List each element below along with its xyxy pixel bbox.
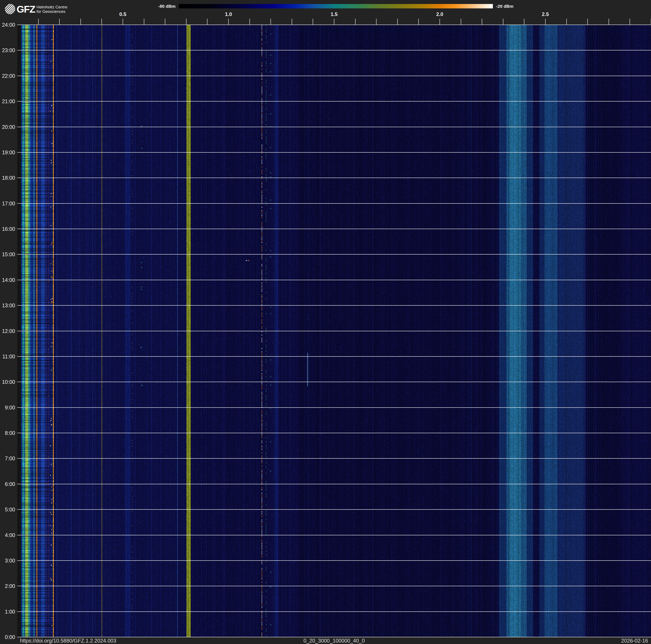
colorbar-min-label: -80 dBm — [134, 4, 176, 9]
x-axis-tick — [144, 19, 144, 25]
hour-gridline — [17, 407, 651, 408]
hour-gridline — [17, 535, 651, 535]
x-axis-tick — [313, 19, 313, 25]
x-axis-tick — [292, 19, 292, 25]
org-line1: Helmholtz Centre — [36, 5, 67, 9]
y-axis-hour-label: 11:00 — [0, 354, 15, 360]
x-axis-tick — [566, 19, 567, 25]
x-axis-tick — [81, 19, 81, 25]
x-axis-tick — [249, 19, 250, 25]
x-axis-tick — [524, 19, 524, 25]
hour-gridline — [17, 356, 651, 357]
gfz-globe-icon — [5, 4, 16, 14]
x-axis-tick — [38, 19, 39, 25]
hour-gridline — [17, 611, 651, 612]
hour-gridline — [17, 560, 651, 561]
x-axis-tick — [207, 19, 208, 25]
y-axis-hour-label: 3:00 — [0, 558, 15, 564]
y-axis-hour-label: 0:00 — [0, 634, 15, 640]
hour-gridline — [17, 509, 651, 510]
x-axis-tick — [59, 19, 60, 25]
x-axis-tick — [439, 19, 440, 25]
y-axis-hour-label: 22:00 — [0, 73, 15, 79]
x-axis-tick-label: 1.0 — [220, 11, 237, 17]
x-axis-tick — [334, 19, 334, 25]
hour-gridline — [17, 637, 651, 637]
y-axis-hour-label: 2:00 — [0, 583, 15, 589]
gfz-logo-text: GFZ — [17, 3, 35, 15]
x-axis-tick — [101, 19, 102, 25]
y-axis-hour-label: 10:00 — [0, 379, 15, 385]
hour-gridline — [17, 331, 651, 331]
x-axis-tick — [503, 19, 503, 25]
x-axis-tick — [123, 19, 123, 25]
hour-gridline — [17, 152, 651, 153]
y-axis-hour-label: 1:00 — [0, 609, 15, 615]
org-name: Helmholtz Centre for Geosciences — [36, 5, 67, 14]
dataset-code: 0_20_3000_100000_40_0 — [17, 638, 651, 644]
x-axis-tick — [397, 19, 398, 25]
x-axis-tick — [165, 19, 165, 25]
hour-gridline — [17, 178, 651, 178]
x-axis-tick-label: 2.0 — [431, 11, 448, 17]
hour-gridline — [17, 25, 651, 25]
hour-gridline — [17, 458, 651, 459]
x-axis-tick — [587, 19, 588, 25]
y-axis-hour-label: 19:00 — [0, 149, 15, 155]
y-axis-hour-label: 16:00 — [0, 226, 15, 232]
y-axis-hour-label: 12:00 — [0, 328, 15, 334]
hour-gridline — [17, 382, 651, 382]
x-axis-tick — [228, 19, 229, 25]
x-axis-tick-label: 1.5 — [326, 11, 342, 17]
hour-gridline — [17, 229, 651, 229]
y-axis-hour-label: 20:00 — [0, 124, 15, 130]
y-axis-hour-label: 13:00 — [0, 302, 15, 309]
hour-gridline — [17, 433, 651, 433]
hour-gridline — [17, 50, 651, 51]
hour-gridline — [17, 101, 651, 101]
y-axis-hour-label: 7:00 — [0, 456, 15, 462]
y-axis-hour-label: 23:00 — [0, 47, 15, 53]
hour-gridline — [17, 127, 651, 127]
hour-gridline — [17, 254, 651, 255]
hour-gridline — [17, 586, 651, 586]
x-axis-tick — [355, 19, 355, 25]
spectrogram-page: GFZ Helmholtz Centre for Geosciences -80… — [0, 0, 651, 644]
y-axis-hour-label: 15:00 — [0, 252, 15, 258]
date-text: 2026-02-16 — [621, 638, 648, 644]
hour-gridline — [17, 280, 651, 280]
colorbar-max-label: -20 dBm — [496, 4, 542, 9]
hour-gridline — [17, 484, 651, 484]
y-axis-hour-label: 8:00 — [0, 430, 15, 436]
y-axis-hour-label: 4:00 — [0, 532, 15, 538]
x-axis-tick-label: 0.5 — [115, 11, 131, 17]
x-axis-tick — [545, 19, 546, 25]
y-axis-hour-label: 14:00 — [0, 277, 15, 283]
y-axis-hour-label: 6:00 — [0, 481, 15, 487]
x-axis-tick — [629, 19, 630, 25]
colorbar-gradient — [179, 4, 493, 8]
x-axis-tick — [482, 19, 482, 25]
hour-gridline — [17, 76, 651, 76]
x-axis-tick — [609, 19, 609, 25]
y-axis-hour-label: 21:00 — [0, 98, 15, 105]
y-axis-hour-label: 24:00 — [0, 22, 15, 28]
org-line2: for Geosciences — [36, 9, 67, 14]
x-axis-tick — [461, 19, 461, 25]
hour-gridline — [17, 203, 651, 204]
x-axis-tick — [376, 19, 376, 25]
x-axis-tick — [186, 19, 186, 25]
y-axis-hour-label: 18:00 — [0, 175, 15, 181]
x-axis-tick — [271, 19, 271, 25]
hour-gridline — [17, 305, 651, 305]
x-axis-tick — [418, 19, 419, 25]
y-axis-hour-label: 5:00 — [0, 506, 15, 513]
y-axis-hour-label: 17:00 — [0, 201, 15, 207]
y-axis-hour-label: 9:00 — [0, 405, 15, 411]
x-axis-tick-label: 2.5 — [537, 11, 554, 17]
